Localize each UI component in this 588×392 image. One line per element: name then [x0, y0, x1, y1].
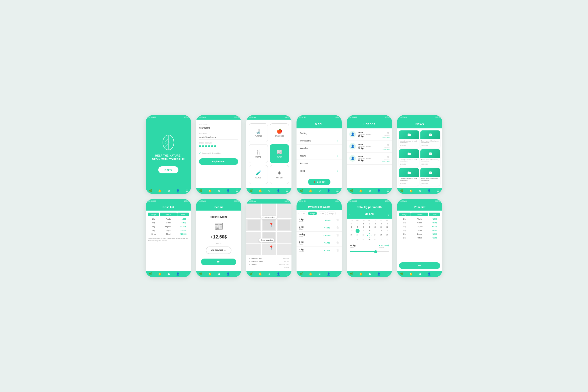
- footer-recycle-9[interactable]: ♻: [268, 272, 271, 276]
- cal-day-22[interactable]: 22: [361, 233, 366, 237]
- cal-day-8[interactable]: 8: [361, 226, 366, 228]
- footer-recycle-12[interactable]: ♻: [419, 272, 421, 276]
- cat-other[interactable]: ⊕ OTHER: [270, 165, 289, 184]
- menu-item-tools[interactable]: Tools ›: [297, 167, 342, 175]
- income-ok-button[interactable]: Ok: [201, 259, 236, 265]
- cal-day-31b[interactable]: 31: [373, 238, 378, 241]
- footer-user-2[interactable]: 👤: [226, 189, 230, 192]
- footer-user-9[interactable]: 👤: [277, 272, 280, 276]
- footer-leaf-4[interactable]: 🌿: [300, 189, 303, 192]
- cal-day-4[interactable]: 4: [379, 222, 384, 225]
- footer-user-12[interactable]: 👤: [427, 272, 431, 276]
- footer-recycle-5[interactable]: ♻: [369, 189, 371, 192]
- footer-leaf[interactable]: 🌿: [149, 189, 152, 192]
- footer-bell-2[interactable]: 🔔: [208, 189, 212, 192]
- cal-day-16[interactable]: 16: [367, 229, 372, 233]
- next-button[interactable]: Next ›: [158, 166, 179, 173]
- menu-item-account[interactable]: Account ›: [297, 160, 342, 167]
- cal-day-29[interactable]: 29: [361, 238, 366, 241]
- footer-user[interactable]: 👤: [176, 189, 180, 192]
- footer-leaf-6[interactable]: 🌿: [400, 189, 404, 192]
- footer-leaf-9[interactable]: 🌿: [249, 272, 253, 276]
- footer-menu-6[interactable]: ☰: [437, 189, 439, 192]
- footer-bell-10[interactable]: 🔔: [309, 272, 312, 276]
- footer-bell-11[interactable]: 🔔: [359, 272, 363, 276]
- news-card-1[interactable]: 🏔 Lorem ipsum dolor sit amet, consectetu…: [399, 130, 419, 148]
- footer-menu-9[interactable]: ☰: [286, 272, 288, 276]
- footer-user-7[interactable]: 👤: [176, 272, 180, 276]
- footer-recycle-11[interactable]: ♻: [369, 272, 371, 276]
- cal-day-27[interactable]: 27: [349, 238, 354, 241]
- cal-day-25[interactable]: 25: [379, 233, 384, 237]
- footer-leaf-3[interactable]: 🌿: [249, 189, 253, 192]
- cal-day-9[interactable]: 9: [367, 226, 372, 228]
- footer-user-4[interactable]: 👤: [327, 189, 330, 192]
- news-card-2[interactable]: 🏔 Lorem ipsum dolor sit amet, consectetu…: [420, 130, 440, 148]
- footer-bell-6[interactable]: 🔔: [409, 189, 413, 192]
- footer-recycle-3[interactable]: ♻: [268, 189, 271, 192]
- footer-leaf-12[interactable]: 🌿: [400, 272, 404, 276]
- footer-leaf-8[interactable]: 🌿: [199, 272, 203, 276]
- news-card-4[interactable]: 🏔 Lorem ipsum dolor sit amet, consectetu…: [420, 149, 440, 167]
- footer-bell[interactable]: 🔔: [158, 189, 162, 192]
- cat-paper[interactable]: 📰 PAPER: [270, 144, 289, 163]
- cashout-button[interactable]: CASH OUT →: [206, 247, 232, 254]
- cat-plastic[interactable]: 🍶 PLASTIC: [249, 123, 268, 142]
- footer-recycle[interactable]: ♻: [168, 189, 170, 192]
- cal-day-10[interactable]: 10: [373, 226, 378, 228]
- cal-day-5[interactable]: 5: [384, 222, 390, 225]
- tab-16apr[interactable]: 16 Apr: [327, 212, 336, 215]
- footer-leaf-11[interactable]: 🌿: [350, 272, 353, 276]
- cal-day-28[interactable]: 28: [355, 238, 360, 241]
- waste-trash-4[interactable]: 🗑: [336, 241, 339, 244]
- waste-trash-1[interactable]: 🗑: [336, 218, 339, 222]
- cal-next-btn[interactable]: ›: [388, 213, 389, 217]
- footer-user-8[interactable]: 👤: [226, 272, 230, 276]
- footer-recycle-2[interactable]: ♻: [218, 189, 220, 192]
- footer-menu-4[interactable]: ☰: [336, 189, 339, 192]
- cal-day-6[interactable]: 6: [349, 226, 354, 228]
- trash-icon-1[interactable]: 🗑: [386, 131, 389, 135]
- footer-bell-9[interactable]: 🔔: [259, 272, 262, 276]
- cal-day-7[interactable]: 7: [355, 226, 360, 228]
- waste-trash-2[interactable]: 🗑: [336, 226, 339, 229]
- trash-icon-2[interactable]: 🗑: [386, 143, 389, 147]
- cal-day-21[interactable]: 21: [355, 233, 360, 237]
- footer-bell-7[interactable]: 🔔: [158, 272, 162, 276]
- footer-recycle-4[interactable]: ♻: [318, 189, 321, 192]
- footer-leaf-7[interactable]: 🌿: [149, 272, 152, 276]
- menu-item-news[interactable]: News ›: [297, 152, 342, 160]
- cal-day-23-today[interactable]: 23: [367, 233, 371, 237]
- cal-prev-btn[interactable]: ‹: [349, 213, 351, 217]
- cal-day-3[interactable]: 3: [373, 222, 378, 225]
- cal-day-15[interactable]: 15: [361, 229, 366, 233]
- footer-user-11[interactable]: 👤: [377, 272, 381, 276]
- footer-bell-8[interactable]: 🔔: [208, 272, 212, 276]
- cal-day-20[interactable]: 20: [349, 233, 354, 237]
- cal-day-24[interactable]: 24: [373, 233, 378, 237]
- cal-day-17[interactable]: 17: [373, 229, 378, 233]
- pricelist-ok-button[interactable]: Ok: [399, 262, 440, 269]
- cal-day-14-active[interactable]: 14: [356, 229, 360, 233]
- cal-day-13[interactable]: 13: [349, 229, 354, 233]
- menu-item-sorting[interactable]: Sorting ›: [297, 130, 342, 137]
- menu-item-processing[interactable]: Processing ›: [297, 137, 342, 145]
- news-card-6[interactable]: 🏔 Lorem ipsum dolor sit amet, consectetu…: [420, 168, 440, 185]
- footer-leaf-5[interactable]: 🌿: [350, 189, 353, 192]
- waste-trash-5[interactable]: 🗑: [336, 249, 339, 252]
- footer-user-10[interactable]: 👤: [327, 272, 330, 276]
- footer-bell-4[interactable]: 🔔: [309, 189, 312, 192]
- footer-menu-3[interactable]: ☰: [286, 189, 288, 192]
- cat-organics[interactable]: 🍎 ORGANICS: [270, 123, 289, 142]
- cat-metal[interactable]: 🍴 METAL: [249, 144, 268, 163]
- footer-recycle-8[interactable]: ♻: [218, 272, 220, 276]
- footer-bell-3[interactable]: 🔔: [259, 189, 262, 192]
- footer-leaf-10[interactable]: 🌿: [300, 272, 303, 276]
- footer-recycle-6[interactable]: ♻: [419, 189, 421, 192]
- footer-bell-12[interactable]: 🔔: [409, 272, 413, 276]
- footer-recycle-10[interactable]: ♻: [318, 272, 321, 276]
- name-input[interactable]: [199, 126, 238, 130]
- logout-button[interactable]: 🚪 Log out: [308, 179, 330, 185]
- footer-menu-11[interactable]: ☰: [386, 272, 389, 276]
- cal-day-30[interactable]: 30: [349, 222, 354, 225]
